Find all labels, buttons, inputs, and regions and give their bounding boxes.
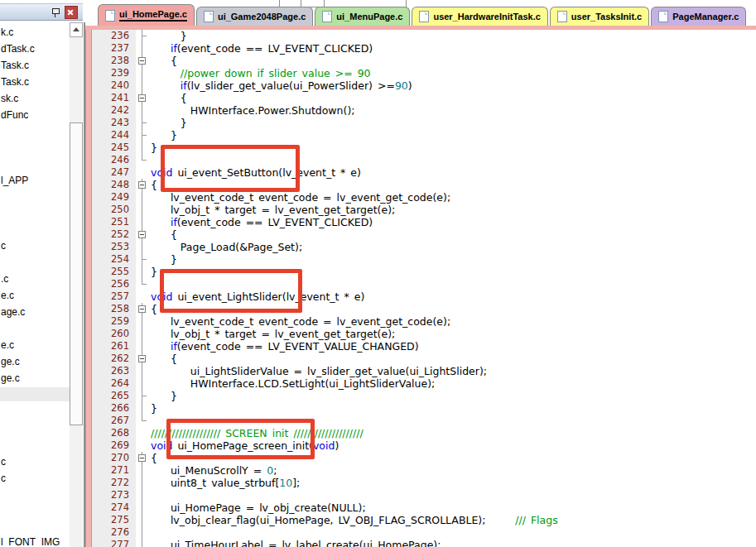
document-icon [557,11,567,22]
line-number: 261 [92,340,136,353]
fold-collapse-icon[interactable] [136,353,149,365]
tab-user_hardwareinittask-c[interactable]: user_HardwareInitTask.c [412,7,547,26]
line-number: 253 [92,241,136,253]
code-text: { [149,228,177,241]
file-list-item[interactable]: l_FONT_IMG [1,536,60,547]
code-text: if(event_code == LV_EVENT_CLICKED) [149,216,373,228]
file-list-item[interactable]: l_APP [1,175,28,186]
line-number: 258 [92,303,136,315]
file-list-item[interactable]: ge.c [1,356,20,367]
push-pin-icon[interactable] [51,7,60,17]
code-text: { [149,55,177,67]
tab-ui_homepage-c[interactable]: ui_HomePage.c [98,4,195,26]
code-text: } [149,142,157,154]
code-line: 264 HWInterface.LCD.SetLight(ui_LightSli… [92,377,756,390]
line-number: 247 [92,166,136,179]
line-number: 244 [92,129,136,142]
line-number: 267 [92,415,136,427]
fold-margin [136,278,149,290]
file-list-item[interactable]: dTask.c [1,43,35,55]
file-list-item[interactable]: age.c [1,306,25,318]
file-list-item[interactable]: sk.c [1,93,18,104]
file-list-item[interactable]: e.c [1,339,14,351]
code-line: 239 //power down if slider value >= 90 [92,67,756,79]
line-number: 266 [92,402,136,415]
fold-collapse-icon[interactable] [136,55,149,67]
code-line: 250 lv_obj_t * target = lv_event_get_tar… [92,204,756,216]
line-number: 256 [92,278,136,290]
fold-collapse-icon[interactable] [136,228,149,241]
close-icon[interactable] [65,6,78,19]
code-text: { [149,303,157,315]
file-list-item[interactable]: e.c [1,290,14,301]
tab-ui_menupage-c[interactable]: ui_MenuPage.c [315,7,410,26]
code-text: { [149,179,157,191]
code-line: 274 ui_HomePage = lv_obj_create(NULL); [92,501,756,514]
file-list-item[interactable]: k.c [1,26,13,38]
code-line: 244 } [92,129,756,142]
scroll-up-arrow-icon[interactable] [70,22,83,37]
sidebar-scrollbar[interactable] [70,22,83,547]
file-list-item[interactable]: .c [1,273,8,285]
file-list-item[interactable]: Task.c [1,76,29,88]
tab-label: ui_MenuPage.c [336,12,402,22]
line-number: 259 [92,315,136,328]
code-text: { [149,353,177,365]
document-icon [419,11,429,22]
code-line: 252 { [92,228,756,241]
line-number: 242 [92,104,136,117]
line-number: 260 [92,328,136,340]
fold-margin [136,501,149,514]
fold-margin [136,204,149,216]
scrollbar-thumb[interactable] [70,122,83,425]
fold-collapse-icon[interactable] [136,92,149,104]
code-text: HWInterface.LCD.SetLight(ui_LightSliderV… [149,377,435,390]
file-list-item[interactable]: ge.c [1,372,20,384]
code-text [149,489,151,501]
code-text: } [149,402,157,415]
red-highlight-box-3 [166,419,315,459]
line-number: 249 [92,191,136,204]
fold-margin [136,464,149,477]
line-number: 243 [92,117,136,129]
tab-user_tasksinit-c[interactable]: user_TasksInit.c [550,7,649,26]
line-number: 263 [92,365,136,377]
tab-ui_game2048page-c[interactable]: ui_Game2048Page.c [196,7,313,26]
file-list-item[interactable]: Task.c [1,60,29,71]
fold-margin [136,166,149,179]
tab-pagemanager-c[interactable]: PageManager.c [651,7,746,26]
code-text: if(lv_slider_get_value(ui_PowerSlider) >… [149,79,412,92]
code-text: { [149,92,187,104]
fold-margin [136,142,149,154]
selected-file-row[interactable] [0,387,70,401]
code-line: 266} [92,402,756,415]
project-panel-header [0,3,83,21]
fold-margin [136,216,149,228]
file-list-item[interactable]: dFunc [1,109,28,121]
code-text: lv_obj_t * target = lv_event_get_target(… [149,328,395,340]
document-tab-bar: ui_HomePage.cui_Game2048Page.cui_MenuPag… [98,7,748,26]
fold-margin [136,427,149,439]
fold-margin [136,340,149,353]
screenshot-root: k.cdTask.cTask.cTask.csk.cdFuncl_APPc.ce… [0,0,756,547]
line-number: 248 [92,179,136,191]
code-line: 253 Page_Load(&Page_Set); [92,241,756,253]
code-text [149,154,151,166]
code-line: 272 uint8_t value_strbuf[10]; [92,477,756,489]
fold-margin [136,315,149,328]
file-list-item[interactable]: c [1,456,6,468]
fold-collapse-icon[interactable] [136,303,149,315]
file-list-item[interactable]: c [1,240,6,252]
code-line: 275 lv_obj_clear_flag(ui_HomePage, LV_OB… [92,514,756,526]
file-list-item[interactable]: c [1,473,6,484]
line-number: 262 [92,353,136,365]
fold-collapse-icon[interactable] [136,179,149,191]
code-line: 261 if(event_code == LV_EVENT_VALUE_CHAN… [92,340,756,353]
fold-margin [136,539,149,547]
fold-collapse-icon[interactable] [136,452,149,464]
fold-margin [136,526,149,539]
line-number: 275 [92,514,136,526]
code-line: 254 } [92,253,756,266]
line-number: 236 [92,30,136,42]
code-text: ui_MenuScrollY = 0; [149,464,277,477]
